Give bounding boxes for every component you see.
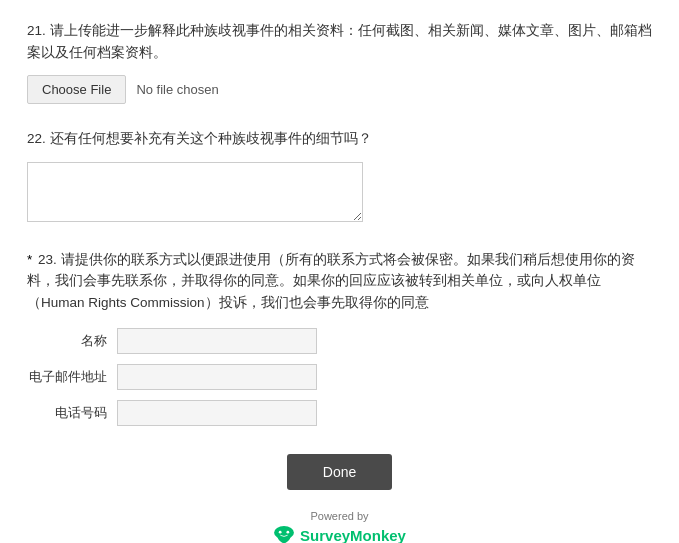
name-label: 名称 [27,332,107,350]
question-21-block: 21. 请上传能进一步解释此种族歧视事件的相关资料：任何截图、相关新闻、媒体文章… [27,20,652,104]
page-container: 21. 请上传能进一步解释此种族歧视事件的相关资料：任何截图、相关新闻、媒体文章… [0,0,679,543]
q22-textarea[interactable] [27,162,363,222]
question-22-block: 22. 还有任何想要补充有关这个种族歧视事件的细节吗？ [27,128,652,225]
footer-section: Powered by SurveyMonkey See how easy it … [27,510,652,543]
q21-number: 21. [27,23,46,38]
question-23-text: * 23. 请提供你的联系方式以便跟进使用（所有的联系方式将会被保密。如果我们稍… [27,249,652,314]
surveymonkey-icon [273,526,295,543]
q22-number: 22. [27,131,46,146]
required-star: * [27,252,32,267]
email-row: 电子邮件地址 [27,364,652,390]
svg-point-1 [279,530,282,533]
question-22-text: 22. 还有任何想要补充有关这个种族歧视事件的细节吗？ [27,128,652,150]
choose-file-button[interactable]: Choose File [27,75,126,104]
surveymonkey-logo: SurveyMonkey [273,526,406,543]
surveymonkey-brand-text: SurveyMonkey [300,527,406,543]
done-button[interactable]: Done [287,454,392,490]
q23-label: 请提供你的联系方式以便跟进使用（所有的联系方式将会被保密。如果我们稍后想使用你的… [27,252,635,310]
svg-point-2 [287,530,290,533]
q22-label: 还有任何想要补充有关这个种族歧视事件的细节吗？ [50,131,372,146]
phone-row: 电话号码 [27,400,652,426]
name-row: 名称 [27,328,652,354]
phone-input[interactable] [117,400,317,426]
question-23-block: * 23. 请提供你的联系方式以便跟进使用（所有的联系方式将会被保密。如果我们稍… [27,249,652,426]
name-input[interactable] [117,328,317,354]
email-label: 电子邮件地址 [27,368,107,386]
done-button-row: Done [27,454,652,490]
contact-fields: 名称 电子邮件地址 电话号码 [27,328,652,426]
q21-label: 请上传能进一步解释此种族歧视事件的相关资料：任何截图、相关新闻、媒体文章、图片、… [27,23,652,60]
no-file-label: No file chosen [136,82,218,97]
powered-by-text: Powered by [310,510,368,522]
q23-number: 23. [38,252,57,267]
email-input[interactable] [117,364,317,390]
question-21-text: 21. 请上传能进一步解释此种族歧视事件的相关资料：任何截图、相关新闻、媒体文章… [27,20,652,63]
phone-label: 电话号码 [27,404,107,422]
file-upload-row: Choose File No file chosen [27,75,652,104]
